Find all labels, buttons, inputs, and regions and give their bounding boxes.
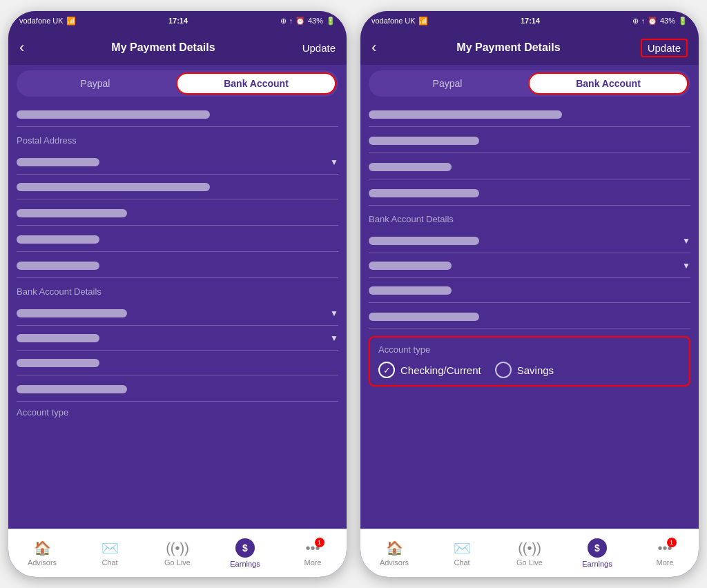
nav-earnings-1[interactable]: $ Earnings xyxy=(211,529,279,577)
chat-label-2: Chat xyxy=(454,558,469,567)
golive-label-2: Go Live xyxy=(516,558,543,567)
more-label-1: More xyxy=(304,558,321,567)
check-icon-2: ✓ xyxy=(383,365,391,375)
field-acct-2a xyxy=(369,278,690,303)
account-type-section-2: Account type ✓ Checking/Current Savings xyxy=(369,336,690,386)
tab-bar-1: Paypal Bank Account xyxy=(17,70,338,97)
field-acct-num-1 xyxy=(17,377,338,402)
dropdown-branch-2[interactable]: ▼ xyxy=(369,253,690,278)
blur-acct-2b xyxy=(369,313,479,321)
phone-screen-2: vodafone UK 📶 17:14 ⊕ ↑ ⏰ 43% 🔋 ‹ My Pay… xyxy=(360,11,699,577)
bank-account-details-label-2: Bank Account Details xyxy=(369,214,690,224)
content-2: Bank Account Details ▼ ▼ Account type ✓ xyxy=(360,102,699,529)
blur-state-1 xyxy=(17,235,99,244)
blur-top-2 xyxy=(369,110,562,119)
bottom-nav-2: 🏠 Advisors ✉️ Chat ((•)) Go Live $ Earni… xyxy=(360,529,699,577)
dropdown-country-1[interactable]: ▼ xyxy=(17,150,338,175)
update-button-1[interactable]: Update xyxy=(302,42,336,54)
blur-bank-2 xyxy=(369,237,479,245)
savings-option-2[interactable]: Savings xyxy=(495,362,554,378)
blurred-name-1 xyxy=(17,110,210,119)
phone-screen-1: vodafone UK 📶 17:14 ⊕ ↑ ⏰ 43% 🔋 ‹ My Pay… xyxy=(8,11,347,577)
chevron-country-1: ▼ xyxy=(330,157,338,167)
blur-acct-num-1 xyxy=(17,385,127,393)
blur-2b xyxy=(369,163,452,171)
more-badge-2: 1 xyxy=(667,538,677,547)
checking-radio-2[interactable]: ✓ xyxy=(378,362,395,378)
carrier-2: vodafone UK xyxy=(371,17,416,25)
bank-account-details-label-1: Bank Account Details xyxy=(17,286,338,297)
dropdown-acct-type-1[interactable]: ▼ xyxy=(17,326,338,351)
savings-radio-2[interactable] xyxy=(495,362,512,378)
nav-more-1[interactable]: ••• 1 More xyxy=(279,529,347,577)
savings-label-2: Savings xyxy=(517,364,554,376)
header-2: ‹ My Payment Details Update xyxy=(360,30,699,65)
time-2: 17:14 xyxy=(521,17,540,25)
tab-paypal-2[interactable]: Paypal xyxy=(369,70,526,97)
blur-country-1 xyxy=(17,158,99,166)
back-button-2[interactable]: ‹ xyxy=(371,39,376,57)
field-top-2 xyxy=(369,102,690,127)
blur-2c xyxy=(369,189,479,197)
nav-earnings-2[interactable]: $ Earnings xyxy=(563,529,631,577)
field-zip-1 xyxy=(17,253,338,278)
nav-chat-1[interactable]: ✉️ Chat xyxy=(76,529,144,577)
location-icon-2: ⊕ ↑ xyxy=(632,17,645,26)
more-icon-2: ••• 1 xyxy=(657,540,672,556)
battery-icon-1: 🔋 xyxy=(326,17,336,26)
checking-label-2: Checking/Current xyxy=(400,364,481,376)
field-2a xyxy=(369,128,690,153)
checking-option-2[interactable]: ✓ Checking/Current xyxy=(378,362,481,378)
blur-acct-2a xyxy=(369,286,452,295)
back-button-1[interactable]: ‹ xyxy=(19,39,24,57)
blur-acct-type-1 xyxy=(17,334,99,342)
earnings-icon-1: $ xyxy=(235,538,255,558)
earnings-icon-2: $ xyxy=(588,538,607,558)
more-icon-1: ••• 1 xyxy=(305,540,320,556)
field-city-1 xyxy=(17,201,338,226)
earnings-label-1: Earnings xyxy=(230,560,260,568)
dropdown-bank-1[interactable]: ▼ xyxy=(17,301,338,326)
earnings-label-2: Earnings xyxy=(582,560,612,568)
account-type-section-label-1: Account type xyxy=(17,407,338,418)
tab-bank-account-1[interactable]: Bank Account xyxy=(176,72,336,95)
advisors-label-1: Advisors xyxy=(28,558,57,567)
chevron-bank-1: ▼ xyxy=(330,308,338,318)
account-type-label-2: Account type xyxy=(378,344,681,355)
nav-more-2[interactable]: ••• 1 More xyxy=(631,529,699,577)
tab-paypal-1[interactable]: Paypal xyxy=(17,70,174,97)
alarm-icon-1: ⏰ xyxy=(296,17,305,26)
battery-1: 43% xyxy=(308,17,323,25)
content-1: Postal Address ▼ Bank Account Details ▼ xyxy=(8,102,347,529)
blur-bank-1 xyxy=(17,309,127,317)
tab-bank-account-2[interactable]: Bank Account xyxy=(528,72,688,95)
bottom-nav-1: 🏠 Advisors ✉️ Chat ((•)) Go Live $ Earni… xyxy=(8,529,347,577)
blur-routing-1 xyxy=(17,359,99,367)
update-button-2[interactable]: Update xyxy=(641,39,688,57)
field-2b xyxy=(369,155,690,179)
blur-zip-1 xyxy=(17,262,99,270)
field-name-1 xyxy=(17,102,338,127)
wifi-icon-1: 📶 xyxy=(66,17,76,26)
carrier-1: vodafone UK xyxy=(19,17,64,25)
field-state-1 xyxy=(17,227,338,252)
field-2c xyxy=(369,181,690,206)
nav-chat-2[interactable]: ✉️ Chat xyxy=(428,529,496,577)
nav-golive-2[interactable]: ((•)) Go Live xyxy=(496,529,563,577)
status-bar-2: vodafone UK 📶 17:14 ⊕ ↑ ⏰ 43% 🔋 xyxy=(360,11,699,30)
battery-icon-2: 🔋 xyxy=(678,17,688,26)
advisors-icon-2: 🏠 xyxy=(386,540,403,556)
more-label-2: More xyxy=(656,558,673,567)
nav-golive-1[interactable]: ((•)) Go Live xyxy=(144,529,211,577)
status-right-1: ⊕ ↑ ⏰ 43% 🔋 xyxy=(280,17,336,26)
tab-bar-2: Paypal Bank Account xyxy=(369,70,690,97)
blur-branch-2 xyxy=(369,262,452,270)
nav-advisors-1[interactable]: 🏠 Advisors xyxy=(8,529,76,577)
dropdown-bank-2[interactable]: ▼ xyxy=(369,228,690,253)
battery-2: 43% xyxy=(660,17,675,25)
status-left-2: vodafone UK 📶 xyxy=(371,17,428,26)
nav-advisors-2[interactable]: 🏠 Advisors xyxy=(360,529,428,577)
advisors-label-2: Advisors xyxy=(380,558,409,567)
alarm-icon-2: ⏰ xyxy=(648,17,657,26)
chevron-acct-type-1: ▼ xyxy=(330,333,338,343)
